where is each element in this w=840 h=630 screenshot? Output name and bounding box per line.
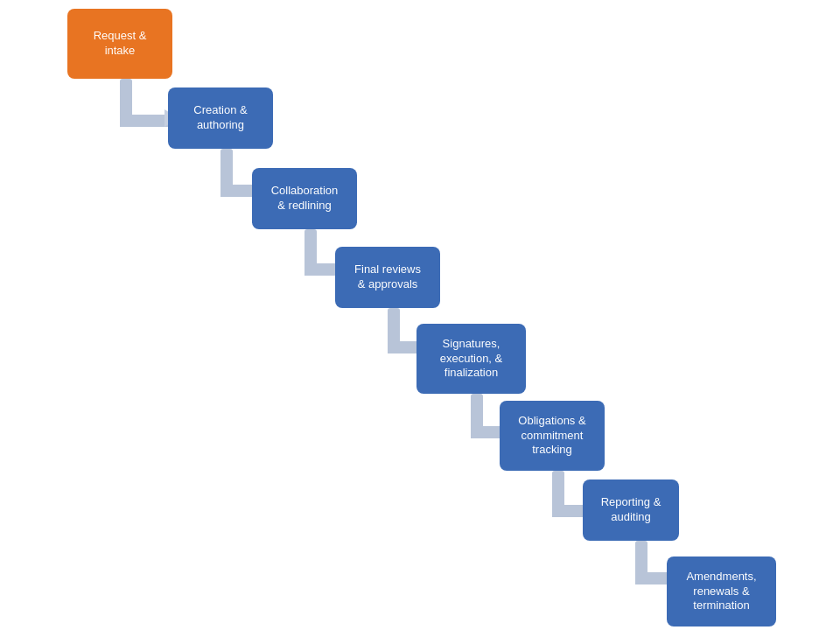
connector-vert-a6	[552, 471, 564, 508]
step-box-step1[interactable]: Request &intake	[67, 9, 172, 79]
connector-horiz-a6	[552, 505, 587, 517]
connector-horiz-a3	[304, 263, 340, 276]
diagram-container: Request &intakeCreation &authoringCollab…	[0, 0, 840, 630]
step-box-step3[interactable]: Collaboration& redlining	[252, 168, 357, 229]
step-box-step5[interactable]: Signatures,execution, &finalization	[416, 324, 526, 394]
step-box-step6[interactable]: Obligations &commitmenttracking	[500, 401, 605, 471]
connector-horiz-a7	[635, 572, 671, 584]
step-box-step4[interactable]: Final reviews& approvals	[335, 247, 440, 308]
step-box-step8[interactable]: Amendments,renewals &termination	[667, 556, 776, 626]
step-box-step2[interactable]: Creation &authoring	[168, 88, 273, 149]
connector-horiz-a1	[120, 115, 168, 127]
step-box-step7[interactable]: Reporting &auditing	[583, 480, 679, 541]
connector-horiz-a2	[220, 185, 256, 197]
